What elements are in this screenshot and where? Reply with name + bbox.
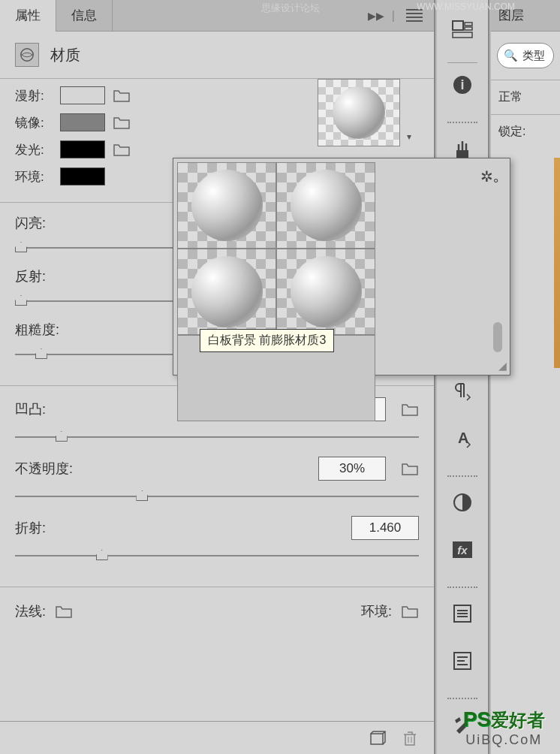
layer-thumbnail-edge	[554, 158, 560, 368]
diffuse-swatch[interactable]	[60, 86, 105, 104]
tab-properties[interactable]: 属性	[0, 0, 56, 32]
svg-point-0	[21, 49, 34, 62]
scrollbar-thumb[interactable]	[493, 322, 502, 352]
normal-item: 法线:	[15, 602, 73, 620]
preview-sphere	[333, 86, 385, 139]
watermark-logo: PS爱好者 UiBQ.CoM	[463, 707, 545, 748]
svg-rect-2	[453, 21, 463, 30]
mirror-label: 镜像:	[15, 114, 53, 131]
trash-icon[interactable]	[401, 729, 419, 747]
svg-rect-1	[371, 734, 383, 744]
list1-icon[interactable]	[444, 596, 480, 632]
blend-mode-row[interactable]: 正常	[491, 80, 560, 114]
svg-rect-4	[465, 27, 472, 30]
tab-info[interactable]: 信息	[56, 0, 113, 32]
layer-filter[interactable]: 🔍 类型	[497, 43, 554, 68]
material-thumb[interactable]	[177, 162, 276, 249]
svg-rect-8	[456, 150, 468, 158]
svg-rect-5	[453, 32, 472, 38]
circle-half-icon[interactable]	[444, 484, 480, 520]
env-label: 环境:	[15, 168, 53, 185]
section-title: 材质	[50, 45, 80, 65]
folder-icon[interactable]	[113, 142, 131, 157]
mirror-swatch[interactable]	[60, 113, 105, 131]
normal-label: 法线:	[15, 602, 46, 620]
resize-grip-icon[interactable]: ◢	[498, 360, 507, 372]
list2-icon[interactable]	[444, 643, 480, 679]
folder-icon[interactable]	[55, 604, 73, 619]
opacity-slider[interactable]	[15, 496, 419, 497]
folder-icon[interactable]	[401, 461, 419, 476]
bump-slider[interactable]	[15, 436, 419, 438]
svg-text:A: A	[458, 430, 468, 446]
preview-dropdown-icon[interactable]: ▾	[407, 131, 411, 142]
opacity-input[interactable]	[318, 457, 386, 481]
fx-icon[interactable]: fx	[444, 532, 480, 568]
material-thumb[interactable]	[276, 162, 375, 249]
emit-swatch[interactable]	[60, 140, 105, 158]
env-bottom-label: 环境:	[361, 602, 392, 620]
character-icon[interactable]: A	[444, 421, 480, 457]
bottom-row: 法线: 环境:	[0, 587, 434, 635]
material-preview[interactable]	[318, 79, 400, 146]
layers-panel: 图层 🔍 类型 正常 锁定:	[491, 0, 560, 754]
material-picker-popup: ✲｡ 白板背景 前膨胀材质3 ◢	[173, 158, 510, 375]
search-icon: 🔍	[504, 49, 518, 62]
refract-row: 折射:	[15, 516, 419, 540]
env-bottom-item: 环境:	[361, 602, 419, 620]
opacity-row: 不透明度:	[15, 457, 419, 481]
folder-icon[interactable]	[113, 115, 131, 130]
tab-bar: 属性 信息 ▶▶ |	[0, 0, 434, 32]
lock-row: 锁定:	[491, 114, 560, 149]
watermark-text: 思缘设计论坛	[261, 2, 320, 15]
refract-slider[interactable]	[15, 555, 419, 556]
folder-icon[interactable]	[401, 604, 419, 619]
material-thumb[interactable]	[276, 249, 375, 335]
cube-icon[interactable]	[368, 729, 386, 747]
filter-label: 类型	[522, 49, 545, 63]
info-icon[interactable]: i	[444, 67, 480, 103]
panel-collapse-icon[interactable]: ▶▶	[368, 10, 384, 22]
opacity-label: 不透明度:	[15, 460, 318, 478]
refract-label: 折射:	[15, 519, 351, 537]
3d-panel-icon[interactable]	[444, 11, 480, 47]
refract-input[interactable]	[351, 516, 419, 540]
svg-rect-3	[465, 23, 472, 26]
panel-footer	[0, 721, 434, 754]
watermark-url: WWW.MISSYUAN.COM	[417, 2, 515, 12]
material-thumb[interactable]	[177, 249, 276, 335]
section-header: 材质	[0, 32, 434, 78]
env-swatch[interactable]	[60, 167, 105, 185]
svg-text:fx: fx	[457, 544, 468, 556]
material-tooltip: 白板背景 前膨胀材质3	[200, 329, 334, 352]
diffuse-label: 漫射:	[15, 87, 53, 104]
panel-divider: |	[392, 9, 395, 23]
svg-text:i: i	[460, 77, 464, 92]
material-grid	[173, 158, 477, 425]
emit-label: 发光:	[15, 141, 53, 158]
material-icon	[15, 43, 39, 67]
gear-icon[interactable]: ✲｡	[480, 167, 501, 185]
folder-icon[interactable]	[113, 88, 131, 103]
